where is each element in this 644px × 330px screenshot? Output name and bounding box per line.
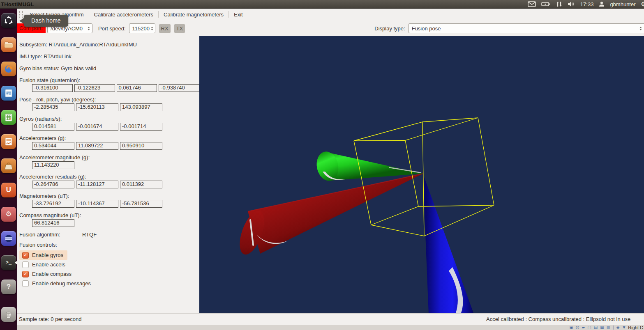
libreoffice-calc-icon	[1, 110, 16, 125]
sensor-value-box: 0.011392	[120, 181, 162, 188]
sensor-value-box: -0.122623	[74, 84, 115, 92]
tx-indicator: TX	[174, 24, 185, 33]
sensor-value-row: 0.014581-0.001674-0.001714	[32, 123, 199, 131]
menu-item-calibrate-accelerometers[interactable]: Calibrate accelerometers	[90, 10, 158, 19]
folder-icon[interactable]: ▤	[594, 325, 598, 330]
toolbar-grip[interactable]	[19, 11, 23, 18]
menu-separator	[248, 11, 248, 18]
unity-launcher: U⚙>_?	[0, 8, 17, 330]
checkbox[interactable]: ✓	[22, 271, 29, 277]
usb-icon[interactable]: ▥	[607, 325, 610, 330]
sensor-value-box: -0.001714	[120, 123, 162, 131]
checkbox-label: Enable compass	[32, 271, 72, 277]
launcher-item-files[interactable]	[0, 32, 17, 57]
checkbox[interactable]	[22, 261, 29, 268]
rx-indicator: RX	[159, 24, 171, 33]
3d-pose-view[interactable]	[199, 36, 644, 314]
launcher-item-system-settings[interactable]: ⚙	[0, 202, 17, 226]
checkbox[interactable]	[22, 280, 29, 287]
mail-icon[interactable]	[528, 1, 536, 7]
launcher-item-libreoffice-impress[interactable]	[0, 129, 17, 154]
sensor-value-row: 66.812416	[32, 219, 199, 227]
launcher-item-terminal[interactable]: >_	[0, 250, 17, 275]
calibration-status: Accel calibrated : Compass uncalibrated …	[486, 316, 630, 322]
network-arrows-icon[interactable]	[556, 1, 562, 7]
audio-icon[interactable]: ▰	[582, 325, 585, 330]
menu-item-exit[interactable]: Exit	[230, 10, 247, 19]
launcher-item-eclipse[interactable]	[0, 226, 17, 250]
sensor-value-box: -56.781536	[120, 200, 162, 208]
sensor-info-line: Gyro bias status: Gyro bias valid	[19, 65, 199, 71]
sensor-value-row: 11.143220	[32, 161, 199, 169]
window-title: THostIMUGL	[1, 1, 34, 7]
launcher-item-ubuntu-one[interactable]: U	[0, 178, 17, 202]
sensor-value-box: 0.950910	[120, 142, 162, 150]
sensor-value-box: -2.285435	[32, 103, 74, 111]
volume-icon[interactable]	[568, 1, 575, 7]
trash-icon	[1, 307, 16, 322]
network-icon[interactable]: ▦	[600, 325, 604, 330]
sensor-group-label: Pose - roll, pitch, yaw (degrees):	[19, 96, 199, 103]
focused-app-arrow-icon	[15, 261, 17, 265]
sensor-group-label: Accelerometers (g):	[19, 135, 199, 141]
port-speed-select[interactable]: 115200	[129, 23, 155, 33]
fusion-algorithm-line: Fusion algorithm:RTQF	[19, 231, 199, 238]
fusion-algorithm-value: RTQF	[82, 231, 97, 238]
sensor-value-box: -11.128127	[76, 181, 118, 188]
menu-item-calibrate-magnetometers[interactable]: Calibrate magnetometers	[159, 10, 228, 19]
checkbox-row-enable-compass[interactable]: ✓Enable compass	[19, 269, 76, 279]
spinner-icon[interactable]	[637, 24, 644, 33]
optical-disk-icon[interactable]: ◎	[576, 325, 579, 330]
sensor-value-row: -2.285435-15.620113143.093897	[32, 103, 199, 111]
sensor-value-box: 143.093897	[120, 103, 162, 111]
user-icon	[599, 1, 605, 7]
launcher-item-dash-home[interactable]	[0, 8, 17, 32]
checkbox-label: Enable accels	[32, 261, 65, 268]
display-type-select[interactable]: Fusion pose	[409, 23, 644, 33]
fusion-algorithm-label: Fusion algorithm:	[19, 231, 82, 238]
sensor-info-line: Subsystem: RTArduLink_Arduino:RTArduLink…	[19, 41, 199, 48]
sensor-value-box: 66.812416	[32, 219, 74, 227]
integration-icon[interactable]: ◈	[616, 325, 620, 330]
window-icon[interactable]: ▢	[587, 325, 591, 330]
checkbox-row-enable-accels[interactable]: Enable accels	[19, 260, 69, 269]
launcher-item-help[interactable]: ?	[0, 275, 17, 299]
sensor-value-box: 0.534044	[32, 142, 74, 150]
sensor-group-label: Magnetometers (uT):	[19, 193, 199, 199]
sensor-group: Gyros (radians/s):0.014581-0.001674-0.00…	[19, 116, 199, 131]
sensor-value-box: -0.001674	[76, 123, 118, 131]
display-type-value: Fusion pose	[412, 25, 441, 32]
launcher-item-trash[interactable]	[0, 302, 17, 326]
launcher-item-libreoffice-writer[interactable]	[0, 81, 17, 105]
vm-status-strip: ▣◎▰▢▤▦▥|◈▼Right C	[17, 325, 644, 330]
checkbox-row-enable-debug-messages[interactable]: Enable debug messages	[19, 279, 95, 288]
display-type-label: Display type:	[374, 25, 405, 32]
sensor-value-box: 0.014581	[32, 123, 74, 131]
sensor-group: Accelerometer magnitude (g):11.143220	[19, 154, 199, 169]
sensor-group: Pose - roll, pitch, yaw (degrees):-2.285…	[19, 96, 199, 111]
session-username[interactable]: gbmhunter	[610, 1, 635, 7]
sensor-value-row: 0.53404411.0897220.950910	[32, 142, 199, 150]
hostkey-menu-icon[interactable]: ▼	[622, 325, 626, 330]
separator: |	[613, 325, 614, 330]
checkbox-label: Enable debug messages	[32, 280, 91, 286]
launcher-item-software-center[interactable]	[0, 154, 17, 178]
software-center-icon	[1, 158, 16, 173]
spinner-icon[interactable]	[150, 24, 155, 33]
harddisk-icon[interactable]: ▣	[569, 325, 573, 330]
session-gear-icon[interactable]: ⚙	[641, 0, 644, 8]
battery-icon[interactable]	[541, 2, 550, 7]
spinner-icon[interactable]	[85, 24, 92, 33]
checkbox[interactable]: ✓	[22, 252, 29, 259]
status-bar: Sample rate: 0 per second Accel calibrat…	[17, 314, 644, 325]
clock[interactable]: 17:33	[580, 1, 594, 7]
sensor-value-box: -33.726192	[32, 200, 74, 208]
sensor-value-box: 11.143220	[32, 161, 74, 169]
launcher-item-firefox[interactable]	[0, 57, 17, 81]
sensor-group: Compass magnitude (uT):66.812416	[19, 212, 199, 227]
fusion-controls-label: Fusion controls:	[19, 242, 199, 248]
launcher-item-libreoffice-calc[interactable]	[0, 105, 17, 129]
system-settings-icon: ⚙	[1, 207, 16, 222]
checkbox-row-enable-gyros[interactable]: ✓Enable gyros	[19, 250, 67, 260]
help-icon: ?	[1, 280, 16, 294]
